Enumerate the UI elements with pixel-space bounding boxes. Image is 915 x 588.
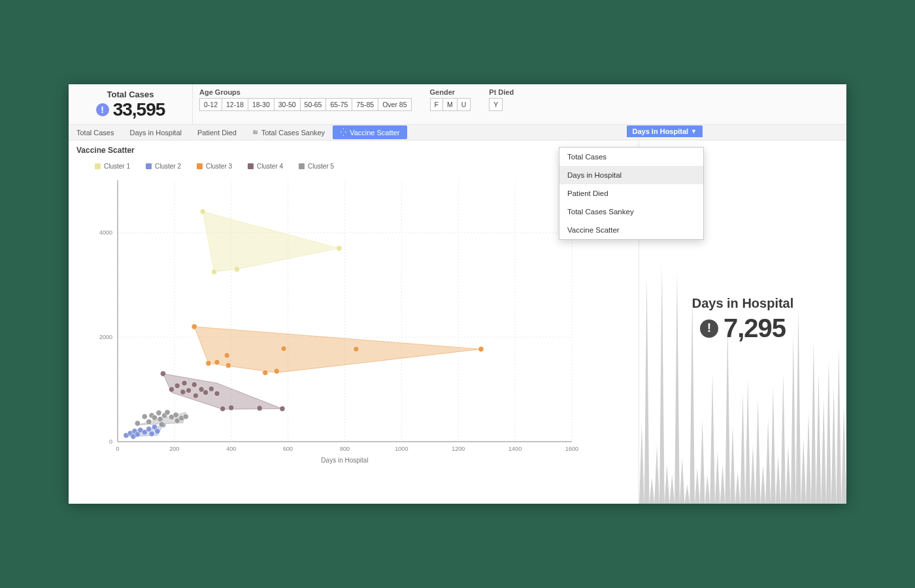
main: Vaccine Scatter Cluster 1Cluster 2Cluste… xyxy=(69,140,846,504)
svg-marker-116 xyxy=(776,455,781,504)
tab-vaccine-scatter[interactable]: ⁛Vaccine Scatter xyxy=(333,125,407,139)
tab-total-cases[interactable]: Total Cases xyxy=(69,125,122,139)
svg-marker-121 xyxy=(801,438,806,504)
svg-point-54 xyxy=(274,368,279,374)
svg-marker-114 xyxy=(765,419,771,504)
dropdown-item-patient-died[interactable]: Patient Died xyxy=(559,184,703,203)
svg-point-56 xyxy=(354,346,359,351)
filter-age: Age Groups 0-1212-1818-3030-5050-6565-75… xyxy=(199,88,412,111)
died-option-y[interactable]: Y xyxy=(489,98,503,111)
legend-item-cluster-5[interactable]: Cluster 5 xyxy=(299,163,334,170)
scatter-plot[interactable]: 02004006008001000120014001600020004000Da… xyxy=(82,174,578,468)
svg-marker-109 xyxy=(740,393,746,504)
svg-point-61 xyxy=(180,389,186,395)
legend-item-cluster-4[interactable]: Cluster 4 xyxy=(248,163,283,170)
age-option-0-12[interactable]: 0-12 xyxy=(199,98,222,111)
svg-text:1400: 1400 xyxy=(508,446,522,452)
svg-marker-102 xyxy=(705,474,710,504)
svg-marker-98 xyxy=(685,484,690,504)
legend-item-cluster-3[interactable]: Cluster 3 xyxy=(197,163,232,170)
svg-point-53 xyxy=(263,370,268,375)
svg-marker-117 xyxy=(780,373,786,504)
svg-point-62 xyxy=(182,380,187,385)
svg-text:1000: 1000 xyxy=(395,446,408,452)
svg-point-71 xyxy=(229,405,234,410)
gender-option-f[interactable]: F xyxy=(430,98,443,111)
app-frame: Total Cases ! 33,595 Age Groups 0-1212-1… xyxy=(69,84,846,504)
svg-point-51 xyxy=(224,353,229,358)
svg-point-65 xyxy=(193,393,198,398)
svg-point-50 xyxy=(214,359,220,365)
svg-point-34 xyxy=(234,267,239,272)
svg-marker-105 xyxy=(720,465,725,504)
svg-point-32 xyxy=(200,209,205,214)
tab-label: Total Cases Sankey xyxy=(261,129,325,137)
svg-point-46 xyxy=(155,429,160,434)
svg-marker-97 xyxy=(680,458,685,504)
tab-label: Patient Died xyxy=(197,129,237,137)
age-option-12-18[interactable]: 12-18 xyxy=(222,98,248,111)
age-option-18-30[interactable]: 18-30 xyxy=(248,98,274,111)
svg-point-85 xyxy=(173,412,178,417)
caret-down-icon: ▼ xyxy=(691,128,697,135)
age-option-50-65[interactable]: 50-65 xyxy=(300,98,327,111)
svg-marker-100 xyxy=(695,468,700,504)
age-option-75-85[interactable]: 75-85 xyxy=(352,98,378,111)
svg-point-68 xyxy=(208,386,214,391)
legend-swatch xyxy=(146,163,152,169)
svg-marker-128 xyxy=(837,347,842,504)
tab-total-cases-sankey[interactable]: ≋Total Cases Sankey xyxy=(244,125,333,139)
tab-days-in-hospital[interactable]: Days in Hospital xyxy=(122,125,189,139)
age-option-30-50[interactable]: 30-50 xyxy=(274,98,301,111)
age-option-65-75[interactable]: 65-75 xyxy=(325,98,352,111)
legend-swatch xyxy=(248,163,254,169)
tab-label: Total Cases xyxy=(76,129,114,137)
svg-point-33 xyxy=(211,269,216,274)
svg-marker-118 xyxy=(786,445,791,504)
age-option-over-85[interactable]: Over 85 xyxy=(378,98,411,111)
svg-marker-113 xyxy=(761,465,766,504)
svg-marker-94 xyxy=(665,465,670,504)
gender-option-m[interactable]: M xyxy=(442,98,458,111)
svg-marker-29 xyxy=(194,327,481,372)
kpi-title: Total Cases xyxy=(75,90,186,99)
kpi-total-cases: Total Cases ! 33,595 xyxy=(69,84,193,124)
svg-point-49 xyxy=(206,361,211,366)
svg-marker-106 xyxy=(725,321,730,504)
scatter-icon: ⁛ xyxy=(341,128,346,137)
filter-gender-label: Gender xyxy=(430,88,471,96)
dropdown-item-days-in-hospital[interactable]: Days in Hospital xyxy=(559,166,703,184)
svg-text:1200: 1200 xyxy=(452,446,465,452)
dropdown-item-total-cases[interactable]: Total Cases xyxy=(559,148,703,166)
side-chart-dropdown[interactable]: Total CasesDays in HospitalPatient DiedT… xyxy=(559,147,704,240)
side-chart-selector[interactable]: Days in Hospital ▼ xyxy=(627,125,703,137)
tabstrip: Total CasesDays in HospitalPatient Died≋… xyxy=(69,125,846,140)
legend-item-cluster-2[interactable]: Cluster 2 xyxy=(146,163,181,170)
svg-text:0: 0 xyxy=(109,438,112,445)
filters: Age Groups 0-1212-1818-3030-5050-6565-75… xyxy=(193,84,846,124)
svg-marker-124 xyxy=(816,373,822,504)
chart-pane: Vaccine Scatter Cluster 1Cluster 2Cluste… xyxy=(69,140,639,504)
alert-icon: ! xyxy=(700,319,718,338)
svg-text:800: 800 xyxy=(340,446,350,452)
tab-label: Vaccine Scatter xyxy=(350,129,399,137)
svg-text:4000: 4000 xyxy=(99,229,112,236)
dropdown-item-total-cases-sankey[interactable]: Total Cases Sankey xyxy=(559,203,703,221)
svg-marker-122 xyxy=(806,412,811,504)
legend-label: Cluster 5 xyxy=(308,163,334,170)
gender-option-u[interactable]: U xyxy=(457,98,471,111)
legend-swatch xyxy=(95,163,101,169)
kpi-value: 33,595 xyxy=(113,99,165,120)
legend-swatch xyxy=(299,163,305,169)
svg-marker-111 xyxy=(750,445,756,504)
svg-marker-123 xyxy=(811,340,816,504)
tab-patient-died[interactable]: Patient Died xyxy=(190,125,244,139)
dropdown-item-vaccine-scatter[interactable]: Vaccine Scatter xyxy=(559,221,703,239)
legend-label: Cluster 2 xyxy=(155,163,181,170)
topbar: Total Cases ! 33,595 Age Groups 0-1212-1… xyxy=(69,84,846,125)
svg-text:1600: 1600 xyxy=(565,446,578,452)
legend-item-cluster-1[interactable]: Cluster 1 xyxy=(95,163,130,170)
svg-marker-91 xyxy=(649,478,654,504)
svg-marker-115 xyxy=(771,386,776,504)
svg-point-44 xyxy=(149,431,154,436)
